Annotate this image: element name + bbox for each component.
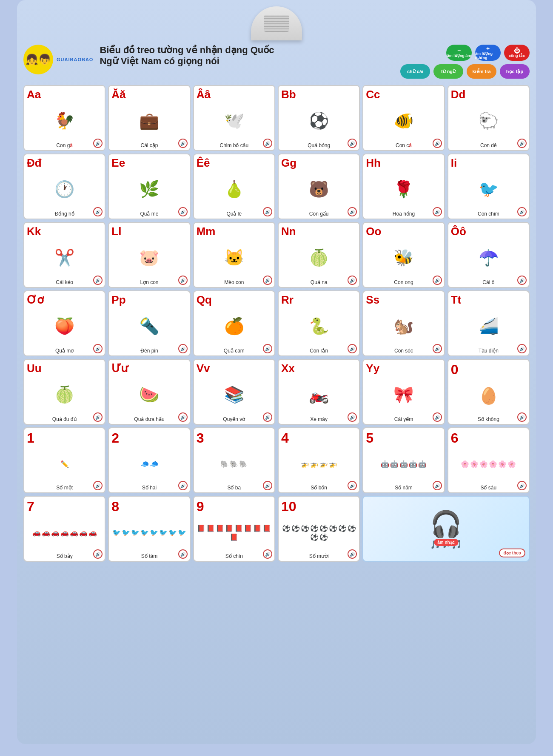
sound-Rr[interactable]: 🔊 [348, 344, 357, 353]
card-Ââ[interactable]: Ââ 🕊️ Chim bồ câu 🔊 [193, 85, 275, 151]
sound-Uu[interactable]: 🔊 [93, 412, 103, 422]
card-7[interactable]: 7 🚗🚗🚗 🚗🚗🚗 🚗 Số bảy 🔊 [23, 496, 105, 562]
image-0: 🥚 [451, 377, 526, 414]
sound-Cc[interactable]: 🔊 [433, 139, 442, 148]
card-Dd[interactable]: Dd 🐑 Con dê 🔊 [448, 85, 530, 151]
hoc-tap-button[interactable]: học tập [500, 64, 530, 79]
card-8[interactable]: 8 🐦🐦🐦🐦 🐦🐦🐦🐦 Số tám 🔊 [108, 496, 190, 562]
sound-Gg[interactable]: 🔊 [348, 207, 357, 216]
card-Ll[interactable]: Ll 🐷 Lợn con 🔊 [108, 222, 190, 288]
number-10: 10 [281, 499, 296, 514]
card-Ôô[interactable]: Ôô ☂️ Cái ô 🔊 [448, 222, 530, 288]
chu-cai-button[interactable]: chữ cái [400, 64, 430, 79]
card-9[interactable]: 9 📕📕📕 📕📕📕 📕📕📕 Số chín 🔊 [193, 496, 275, 562]
sound-9[interactable]: 🔊 [263, 549, 272, 559]
doc-theo-button[interactable]: đọc theo [499, 549, 525, 557]
card-Yy[interactable]: Yy 🎀 Cái yếm 🔊 [362, 359, 445, 425]
sound-Yy[interactable]: 🔊 [433, 412, 442, 422]
sound-Kk[interactable]: 🔊 [93, 276, 103, 285]
card-Uu[interactable]: Uu 🍈 Quả đu đủ 🔊 [23, 359, 105, 425]
card-4[interactable]: 4 🚁🚁🚁🚁 Số bốn 🔊 [278, 427, 360, 493]
card-Gg[interactable]: Gg 🐻 Con gấu 🔊 [278, 153, 360, 219]
card-Bb[interactable]: Bb ⚽ Quả bóng 🔊 [278, 85, 360, 151]
card-3[interactable]: 3 🐘🐘🐘 Số ba 🔊 [193, 427, 275, 493]
sound-Pp[interactable]: 🔊 [178, 344, 188, 353]
image-Ii: 🐦 [451, 169, 526, 209]
sound-3[interactable]: 🔊 [263, 481, 272, 490]
sound-Qq[interactable]: 🔊 [263, 344, 272, 353]
card-Hh[interactable]: Hh 🌹 Hoa hồng 🔊 [362, 153, 445, 219]
sound-5[interactable]: 🔊 [433, 481, 442, 490]
card-Aa[interactable]: Aa 🐓 Con gà 🔊 [23, 85, 105, 151]
sound-Xx[interactable]: 🔊 [348, 412, 357, 422]
sound-Aa[interactable]: 🔊 [93, 139, 103, 148]
sound-Ll[interactable]: 🔊 [178, 276, 188, 285]
card-Vv[interactable]: Vv 📚 Quyền vở 🔊 [193, 359, 275, 425]
sound-0[interactable]: 🔊 [517, 412, 527, 422]
music-card[interactable]: 🎧 🎵🎶🎵 âm nhạc đọc theo [362, 496, 530, 562]
letter-Đđ: Đđ [27, 157, 42, 169]
sound-10[interactable]: 🔊 [348, 549, 357, 559]
sound-Ââ[interactable]: 🔊 [263, 139, 272, 148]
am-nhac-button[interactable]: âm nhạc [434, 539, 458, 546]
card-Qq[interactable]: Qq 🍊 Quả cam 🔊 [193, 290, 275, 356]
sound-Bb[interactable]: 🔊 [348, 139, 357, 148]
power-button[interactable]: ⏻ công tắc [504, 45, 530, 61]
sound-Ii[interactable]: 🔊 [517, 207, 527, 216]
sound-4[interactable]: 🔊 [348, 481, 357, 490]
sound-1[interactable]: 🔊 [93, 481, 103, 490]
sound-Tt[interactable]: 🔊 [517, 344, 527, 353]
sound-Mm[interactable]: 🔊 [263, 276, 272, 285]
sound-Hh[interactable]: 🔊 [433, 207, 442, 216]
sound-Đđ[interactable]: 🔊 [93, 207, 103, 216]
sound-8[interactable]: 🔊 [178, 549, 188, 559]
sound-Ăă[interactable]: 🔊 [178, 139, 188, 148]
card-Pp[interactable]: Pp 🔦 Đèn pin 🔊 [108, 290, 190, 356]
sound-7[interactable]: 🔊 [93, 549, 103, 559]
label-Dd: Con dê [480, 142, 497, 148]
sound-Vv[interactable]: 🔊 [263, 412, 272, 422]
letter-Vv: Vv [197, 362, 210, 375]
card-6[interactable]: 6 🌸🌸🌸🌸🌸🌸 Số sáu 🔊 [448, 427, 530, 493]
card-Ăă[interactable]: Ăă 💼 Cái cặp 🔊 [108, 85, 190, 151]
card-Ee[interactable]: Ee 🌿 Quả me 🔊 [108, 153, 190, 219]
card-Ơơ[interactable]: Ơơ 🍑 Quả mơ 🔊 [23, 290, 105, 356]
kiem-tra-button[interactable]: kiểm tra [467, 64, 496, 79]
card-0[interactable]: 0 🥚 Số không 🔊 [448, 359, 530, 425]
card-Kk[interactable]: Kk ✂️ Cái kéo 🔊 [23, 222, 105, 288]
sound-Nn[interactable]: 🔊 [348, 276, 357, 285]
sound-Êê[interactable]: 🔊 [263, 207, 272, 216]
vol-up-button[interactable]: + âm lượng dương [475, 45, 501, 61]
letter-Hh: Hh [366, 157, 381, 169]
card-Xx[interactable]: Xx 🏍️ Xe máy 🔊 [278, 359, 360, 425]
sound-6[interactable]: 🔊 [517, 481, 527, 490]
sound-Ưư[interactable]: 🔊 [178, 412, 188, 422]
card-Ưư[interactable]: Ưư 🍉 Quả dưa hấu 🔊 [108, 359, 190, 425]
sound-Oo[interactable]: 🔊 [433, 276, 442, 285]
card-Êê[interactable]: Êê 🍐 Quả lê 🔊 [193, 153, 275, 219]
card-1[interactable]: 1 ✏️ Số một 🔊 [23, 427, 105, 493]
card-5[interactable]: 5 🤖🤖🤖🤖🤖 Số năm 🔊 [362, 427, 445, 493]
chu-cai-label: chữ cái [407, 69, 423, 74]
card-Cc[interactable]: Cc 🐠 Con cá 🔊 [362, 85, 445, 151]
sound-2[interactable]: 🔊 [178, 481, 188, 490]
card-Oo[interactable]: Oo 🐝 Con ong 🔊 [362, 222, 445, 288]
vol-down-button[interactable]: − âm lượng âm [446, 45, 472, 61]
sound-Ôô[interactable]: 🔊 [517, 276, 527, 285]
sound-Ss[interactable]: 🔊 [433, 344, 442, 353]
sound-Dd[interactable]: 🔊 [517, 139, 527, 148]
card-10[interactable]: 10 ⚽⚽⚽⚽⚽ ⚽⚽⚽⚽⚽ Số mười 🔊 [278, 496, 360, 562]
sound-Ơơ[interactable]: 🔊 [93, 344, 103, 353]
card-Mm[interactable]: Mm 🐱 Mèo con 🔊 [193, 222, 275, 288]
card-Tt[interactable]: Tt 🚄 Tàu điện 🔊 [448, 290, 530, 356]
card-Ii[interactable]: Ii 🐦 Con chim 🔊 [448, 153, 530, 219]
card-Ss[interactable]: Ss 🐿️ Con sóc 🔊 [362, 290, 445, 356]
card-Rr[interactable]: Rr 🐍 Con rắn 🔊 [278, 290, 360, 356]
label-Pp: Đèn pin [140, 348, 158, 354]
letter-Qq: Qq [197, 294, 212, 306]
tu-ngu-button[interactable]: từ ngữ [433, 64, 463, 79]
card-2[interactable]: 2 🧢🧢 Số hai 🔊 [108, 427, 190, 493]
sound-Ee[interactable]: 🔊 [178, 207, 188, 216]
card-Đđ[interactable]: Đđ 🕐 Đồng hồ 🔊 [23, 153, 105, 219]
card-Nn[interactable]: Nn 🍈 Quả na 🔊 [278, 222, 360, 288]
